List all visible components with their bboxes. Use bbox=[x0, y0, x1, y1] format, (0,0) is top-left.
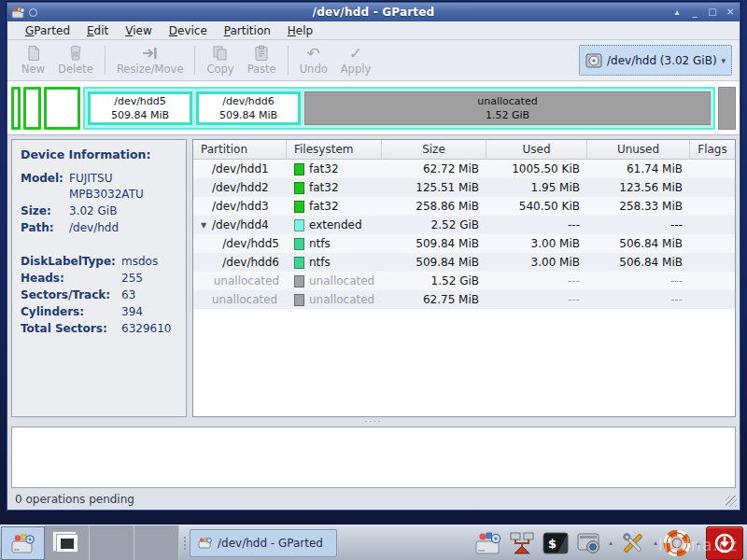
copy-icon bbox=[212, 45, 229, 62]
partition-segment-hdd1[interactable] bbox=[11, 87, 21, 130]
gparted-app-icon bbox=[11, 7, 25, 19]
task-button-label: /dev/hdd - GParted bbox=[218, 537, 323, 550]
column-header-unused[interactable]: Unused bbox=[587, 140, 690, 159]
gparted-window: /dev/hdd - GParted ▴ _ □ × GParted Edit … bbox=[7, 2, 740, 511]
resize-move-button[interactable]: Resize/Move bbox=[110, 42, 190, 78]
taskbar: /dev/hdd - GParted $ ▴ ▴ ▴ liudna.cz bbox=[0, 525, 747, 560]
partition-segment-hdd3[interactable] bbox=[44, 87, 80, 130]
close-button[interactable]: × bbox=[725, 7, 736, 17]
tray-expand-arrow[interactable]: ▴ bbox=[697, 539, 700, 547]
tray-terminal-icon[interactable]: $ bbox=[542, 530, 570, 556]
delete-button[interactable]: Delete bbox=[51, 42, 100, 78]
table-row-hdd5[interactable]: /dev/hdd5 ntfs 509.84 MiB 3.00 MiB 506.8… bbox=[193, 234, 735, 253]
resize-move-icon bbox=[141, 45, 160, 62]
device-selector[interactable]: /dev/hdd (3.02 GiB) ▾ bbox=[579, 45, 732, 76]
device-info-model: Model:FUJITSU MPB3032ATU bbox=[21, 171, 177, 203]
minimize-button[interactable]: _ bbox=[689, 7, 700, 17]
pager-desktop-3[interactable] bbox=[134, 525, 179, 560]
system-tray: $ ▴ ▴ ▴ bbox=[474, 526, 747, 560]
partition-table: Partition Filesystem Size Used Unused Fl… bbox=[192, 139, 736, 417]
menu-device[interactable]: Device bbox=[161, 22, 216, 39]
undo-button[interactable]: ↶ Undo bbox=[293, 42, 334, 78]
toolbar-separator bbox=[194, 46, 195, 75]
tray-network-icon[interactable] bbox=[508, 530, 536, 556]
taskbar-launcher-button[interactable] bbox=[1, 526, 45, 560]
tray-help-lifering-icon[interactable] bbox=[663, 530, 691, 556]
table-row-unallocated-logical[interactable]: unallocated unallocated 1.52 GiB --- --- bbox=[193, 272, 735, 290]
device-information-title: Device Information: bbox=[21, 147, 177, 161]
device-info-sectors-track: Sectors/Track:63 bbox=[21, 287, 177, 303]
device-info-size: Size:3.02 GiB bbox=[21, 203, 177, 219]
tray-screenshot-icon[interactable] bbox=[575, 530, 603, 556]
pager-window-icon bbox=[56, 534, 78, 553]
taskbar-divider bbox=[181, 537, 188, 550]
column-header-used[interactable]: Used bbox=[486, 140, 587, 159]
partition-visual-bar: /dev/hdd5 509.84 MiB /dev/hdd6 509.84 Mi… bbox=[7, 81, 740, 135]
device-info-heads: Heads:255 bbox=[21, 271, 177, 287]
shade-button[interactable]: ▴ bbox=[671, 7, 683, 17]
chevron-down-icon: ▾ bbox=[722, 56, 726, 65]
column-header-partition[interactable]: Partition bbox=[193, 140, 287, 159]
new-partition-icon bbox=[25, 45, 42, 62]
menu-help[interactable]: Help bbox=[279, 22, 321, 39]
window-title: /dev/hdd - GParted bbox=[7, 6, 740, 19]
partition-segment-hdd4-extended[interactable]: /dev/hdd5 509.84 MiB /dev/hdd6 509.84 Mi… bbox=[83, 87, 715, 130]
gparted-task-icon bbox=[198, 537, 212, 549]
operations-pane bbox=[11, 427, 736, 488]
paste-icon bbox=[253, 45, 270, 62]
copy-button[interactable]: Copy bbox=[200, 42, 240, 78]
device-info-disklabeltype: DiskLabelType:msdos bbox=[21, 254, 177, 270]
table-row-hdd3[interactable]: /dev/hdd3 fat32 258.86 MiB 540.50 KiB 25… bbox=[193, 197, 735, 216]
sticky-button[interactable] bbox=[29, 8, 37, 17]
table-row-hdd1[interactable]: /dev/hdd1 fat32 62.72 MiB 1005.50 KiB 61… bbox=[193, 160, 735, 178]
device-info-cylinders: Cylinders:394 bbox=[21, 304, 177, 320]
status-bar: 0 operations pending bbox=[7, 488, 740, 510]
desktop-pager bbox=[45, 525, 179, 560]
device-selector-label: /dev/hdd (3.02 GiB) bbox=[607, 54, 717, 67]
menu-gparted[interactable]: GParted bbox=[17, 22, 78, 39]
filesystem-color-swatch bbox=[294, 275, 304, 287]
apply-check-icon: ✓ bbox=[349, 45, 362, 62]
menu-view[interactable]: View bbox=[117, 22, 160, 39]
tray-expand-arrow[interactable]: ▴ bbox=[654, 539, 657, 547]
pager-desktop-1[interactable] bbox=[45, 525, 90, 560]
filesystem-color-swatch bbox=[294, 294, 304, 306]
table-row-hdd2[interactable]: /dev/hdd2 fat32 125.51 MiB 1.95 MiB 123.… bbox=[193, 178, 735, 197]
table-row-hdd6[interactable]: /dev/hdd6 ntfs 509.84 MiB 3.00 MiB 506.8… bbox=[193, 253, 735, 272]
toolbar-separator bbox=[288, 46, 289, 75]
menu-edit[interactable]: Edit bbox=[78, 22, 117, 39]
partition-segment-unallocated-small[interactable] bbox=[718, 87, 736, 130]
tray-gparted-drive-icon[interactable] bbox=[474, 530, 502, 556]
pane-splitter[interactable]: ···· bbox=[7, 417, 740, 427]
filesystem-color-swatch bbox=[294, 163, 304, 175]
tray-expand-arrow[interactable]: ▴ bbox=[609, 539, 613, 547]
gparted-launcher-icon bbox=[11, 533, 35, 553]
partition-segment-hdd5[interactable]: /dev/hdd5 509.84 MiB bbox=[88, 91, 192, 125]
exit-power-button[interactable] bbox=[706, 526, 743, 560]
column-header-filesystem[interactable]: Filesystem bbox=[287, 140, 382, 159]
paste-button[interactable]: Paste bbox=[241, 42, 283, 78]
taskbar-task-button-gparted[interactable]: /dev/hdd - GParted bbox=[190, 529, 337, 557]
filesystem-color-swatch bbox=[294, 201, 304, 213]
new-button[interactable]: New bbox=[15, 42, 51, 78]
table-row-unallocated[interactable]: unallocated unallocated 62.75 MiB --- --… bbox=[193, 290, 735, 309]
disk-icon bbox=[585, 53, 602, 68]
partition-segment-hdd6[interactable]: /dev/hdd6 509.84 MiB bbox=[196, 91, 301, 125]
maximize-button[interactable]: □ bbox=[707, 7, 718, 17]
resize-grip[interactable] bbox=[726, 496, 737, 507]
pager-desktop-2[interactable] bbox=[90, 525, 134, 560]
column-header-flags[interactable]: Flags bbox=[690, 140, 735, 159]
tray-tools-icon[interactable] bbox=[618, 530, 648, 556]
column-header-size[interactable]: Size bbox=[382, 140, 486, 159]
table-row-hdd4[interactable]: ▼/dev/hdd4 extended 2.52 GiB --- --- bbox=[193, 216, 735, 234]
apply-button[interactable]: ✓ Apply bbox=[334, 42, 377, 78]
partition-segment-unallocated[interactable]: unallocated 1.52 GiB bbox=[304, 91, 711, 125]
toolbar-separator bbox=[105, 46, 106, 75]
expander-icon[interactable]: ▼ bbox=[201, 221, 212, 230]
titlebar[interactable]: /dev/hdd - GParted ▴ _ □ × bbox=[7, 3, 740, 21]
menu-partition[interactable]: Partition bbox=[216, 22, 279, 39]
partition-segment-hdd2[interactable] bbox=[23, 87, 41, 130]
toolbar: New Delete Resize/Move Copy Paste ↶ Undo… bbox=[7, 40, 740, 81]
svg-text:$: $ bbox=[548, 537, 557, 551]
filesystem-color-swatch bbox=[294, 257, 304, 269]
